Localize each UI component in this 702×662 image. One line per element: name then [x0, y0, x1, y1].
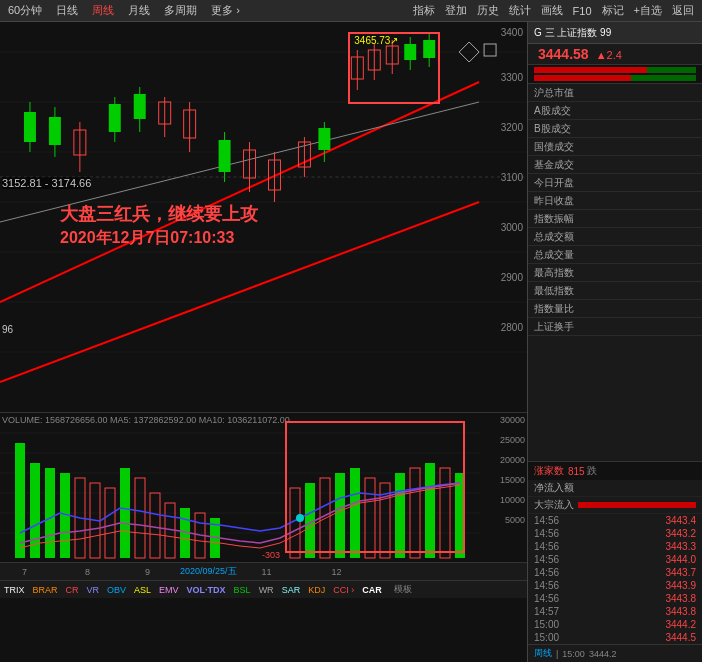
row-high: 最高指数	[528, 264, 702, 282]
tool-draw[interactable]: 画线	[537, 2, 567, 19]
timeframe-daily[interactable]: 日线	[52, 2, 82, 19]
period-selector: 周线 | 15:00 3444.2	[528, 644, 702, 662]
rp-bar-visual	[528, 65, 702, 84]
svg-point-80	[296, 514, 304, 522]
row-b-vol: B股成交	[528, 120, 702, 138]
period-1500: 15:00	[562, 649, 585, 659]
tool-mark[interactable]: 标记	[598, 2, 628, 19]
ticker-item-1: 14:56 3443.2	[528, 527, 702, 540]
svg-rect-47	[484, 44, 496, 56]
ind-obv[interactable]: OBV	[107, 585, 126, 595]
ind-cci[interactable]: CCI ›	[333, 585, 354, 595]
volume-chart[interactable]: VOLUME: 1568726656.00 MA5: 1372862592.00…	[0, 412, 527, 562]
rp-header: G 三 上证指数 99	[528, 22, 702, 44]
price-range-label: 3152.81 - 3174.66	[2, 177, 91, 189]
ind-kdj[interactable]: KDJ	[308, 585, 325, 595]
chart-area[interactable]: 3400 3300 3200 3100 3000 2900 2800	[0, 22, 528, 662]
bulk-flow-label: 大宗流入	[534, 498, 574, 512]
tool-f10[interactable]: F10	[569, 4, 596, 18]
ind-wr[interactable]: WR	[259, 585, 274, 595]
ticker-item-6: 14:56 3443.8	[528, 592, 702, 605]
tool-watchlist[interactable]: +自选	[630, 2, 666, 19]
ind-model[interactable]: 模板	[394, 583, 412, 596]
timeframe-monthly[interactable]: 月线	[124, 2, 154, 19]
x-label-7: 7	[22, 567, 27, 577]
svg-text:3465.73↗: 3465.73↗	[354, 35, 398, 46]
last-price: 3444.2	[589, 649, 617, 659]
x-label-11: 11	[262, 567, 272, 577]
ind-sar[interactable]: SAR	[282, 585, 301, 595]
main-layout: 3400 3300 3200 3100 3000 2900 2800	[0, 22, 702, 662]
ticker-item-9: 15:00 3444.5	[528, 631, 702, 644]
bulk-flow-row: 大宗流入	[528, 497, 702, 514]
candlestick-chart[interactable]: 3400 3300 3200 3100 3000 2900 2800	[0, 22, 527, 412]
row-total-amount: 总成交额	[528, 228, 702, 246]
x-label-12: 12	[332, 567, 342, 577]
right-panel: G 三 上证指数 99 3444.58 ▲2.4 沪总市值 A股成交 B股成交	[528, 22, 702, 662]
row-turnover: 上证换手	[528, 318, 702, 336]
ref-level: 96	[2, 324, 13, 335]
svg-rect-72	[350, 468, 360, 558]
row-total-volume: 总成交量	[528, 246, 702, 264]
ticker-item-7: 14:57 3443.8	[528, 605, 702, 618]
ind-vr[interactable]: VR	[87, 585, 100, 595]
row-amplitude: 指数振幅	[528, 210, 702, 228]
svg-line-7	[0, 82, 479, 302]
svg-rect-63	[150, 493, 160, 558]
svg-rect-17	[109, 104, 121, 132]
svg-rect-71	[335, 473, 345, 558]
rise-fall-row: 涨家数 815 跌	[528, 461, 702, 480]
indicator-selection-bar[interactable]: TRIX BRAR CR VR OBV ASL EMV VOL·TDX BSL …	[0, 580, 527, 598]
chart-annotation: 大盘三红兵，继续要上攻 2020年12月7日07:10:33	[60, 202, 258, 250]
rp-change: ▲2.4	[596, 49, 622, 61]
timeframe-60min[interactable]: 60分钟	[4, 2, 46, 19]
svg-rect-60	[105, 488, 115, 558]
svg-text:-303: -303	[262, 550, 280, 560]
tool-back[interactable]: 返回	[668, 2, 698, 19]
tool-indicator[interactable]: 指标	[409, 2, 439, 19]
ind-bsl[interactable]: BSL	[234, 585, 251, 595]
market-data-list: 沪总市值 A股成交 B股成交 国债成交 基金成交 今日开盘	[528, 84, 702, 461]
chart-x-axis: 7 8 9 2020/09/25/五 11 12	[0, 562, 527, 580]
row-low: 最低指数	[528, 282, 702, 300]
row-a-vol: A股成交	[528, 102, 702, 120]
ind-cr[interactable]: CR	[66, 585, 79, 595]
ind-emv[interactable]: EMV	[159, 585, 179, 595]
row-vol-ratio: 指数量比	[528, 300, 702, 318]
row-prev-close: 昨日收盘	[528, 192, 702, 210]
ind-brar[interactable]: BRAR	[33, 585, 58, 595]
period-weekly[interactable]: 周线	[534, 647, 552, 660]
tool-stats[interactable]: 统计	[505, 2, 535, 19]
svg-rect-13	[49, 117, 61, 145]
rise-label: 涨家数	[534, 464, 564, 478]
ind-vol-tdx[interactable]: VOL·TDX	[187, 585, 226, 595]
net-flow-label-row: 净流入额	[528, 480, 702, 497]
svg-rect-56	[45, 468, 55, 558]
svg-rect-61	[120, 468, 130, 558]
x-label-date: 2020/09/25/五	[180, 565, 237, 578]
row-bond-vol: 国债成交	[528, 138, 702, 156]
ind-car[interactable]: CAR	[362, 585, 382, 595]
svg-rect-41	[404, 44, 416, 60]
svg-rect-33	[318, 128, 330, 150]
ticker-item-4: 14:56 3443.7	[528, 566, 702, 579]
ticker-item-5: 14:56 3443.9	[528, 579, 702, 592]
ticker-item-3: 14:56 3444.0	[528, 553, 702, 566]
svg-rect-75	[395, 473, 405, 558]
ticker-item-2: 14:56 3443.3	[528, 540, 702, 553]
timeframe-multi[interactable]: 多周期	[160, 2, 201, 19]
tool-login[interactable]: 登加	[441, 2, 471, 19]
svg-rect-11	[24, 112, 36, 142]
svg-rect-43	[423, 40, 435, 58]
rise-count: 815	[568, 466, 585, 477]
annotation-line2: 2020年12月7日07:10:33	[60, 227, 258, 249]
ticker-list: 14:56 3443.4 14:56 3443.2 14:56 3443.3 1…	[528, 514, 702, 662]
svg-rect-73	[365, 478, 375, 558]
svg-rect-77	[425, 463, 435, 558]
timeframe-more[interactable]: 更多 ›	[207, 2, 244, 19]
tool-history[interactable]: 历史	[473, 2, 503, 19]
x-label-8: 8	[85, 567, 90, 577]
ind-trix[interactable]: TRIX	[4, 585, 25, 595]
ind-asl[interactable]: ASL	[134, 585, 151, 595]
timeframe-weekly[interactable]: 周线	[88, 2, 118, 19]
